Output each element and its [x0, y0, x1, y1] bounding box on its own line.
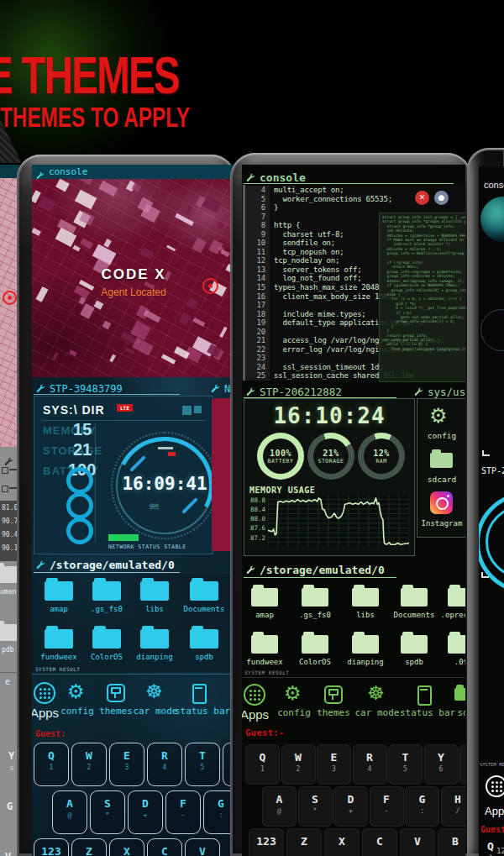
app-item-status-bar[interactable]: status bar: [405, 684, 445, 727]
key-f[interactable]: F-: [370, 786, 404, 827]
app-label: car mode: [352, 707, 402, 718]
key-e[interactable]: E3: [317, 744, 351, 785]
instagram-label[interactable]: Instagram: [417, 519, 465, 528]
key-x[interactable]: X: [109, 838, 144, 856]
key-d[interactable]: D+: [128, 790, 163, 834]
app-item-apps[interactable]: Apps: [242, 684, 275, 727]
key-sub: +: [129, 811, 162, 819]
key-sub: 1: [246, 765, 279, 773]
apps-label[interactable]: Apps: [485, 805, 504, 817]
sdcard-folder-icon[interactable]: [430, 453, 453, 468]
app-item-config[interactable]: ⚙config: [274, 684, 314, 727]
map-building: [216, 220, 223, 228]
key-r[interactable]: R4: [353, 744, 387, 785]
key-c[interactable]: C: [147, 838, 182, 856]
key-letter[interactable]: Y: [8, 750, 14, 762]
key-r[interactable]: R4: [147, 743, 182, 786]
key-q[interactable]: Q: [487, 840, 494, 853]
app-item-config[interactable]: ⚙config: [57, 682, 97, 726]
key-s[interactable]: S*: [298, 786, 333, 827]
key-letter[interactable]: V: [5, 851, 11, 856]
key-123[interactable]: 123: [249, 828, 284, 856]
key-123-fragment[interactable]: 12: [496, 847, 504, 855]
key-a[interactable]: A@: [262, 786, 297, 827]
folder-item[interactable]: ColorOS: [81, 626, 132, 670]
key-x[interactable]: X: [324, 828, 360, 856]
folder-item[interactable]: dianping: [129, 626, 180, 670]
key-q[interactable]: Q1: [245, 744, 280, 785]
app-item-themes[interactable]: themes: [96, 682, 136, 726]
folder-icon: [190, 581, 218, 601]
memory-usage-title: MEMORY USAGE: [249, 486, 315, 495]
key-v[interactable]: V: [185, 838, 220, 856]
folder-item[interactable]: .0t: [436, 632, 465, 675]
key-w[interactable]: W2: [281, 744, 316, 785]
key-t[interactable]: T5: [388, 744, 423, 785]
sys-dir-widget[interactable]: SYS:\ DIR LTE MEMORY15STORAGE21BATTERY10…: [34, 396, 213, 554]
app-item-sd[interactable]: sd: [443, 684, 465, 727]
map-building: [103, 239, 112, 248]
folder-label: fundweex: [242, 658, 293, 666]
folder-label: dianping: [126, 653, 183, 661]
app-item-car-mode[interactable]: ☸car mode: [357, 684, 397, 727]
key-e[interactable]: E3: [109, 743, 144, 786]
stats-widget[interactable]: 16:10:24 100%BATTERY21%STORAGE12%RAM MEM…: [244, 398, 415, 556]
line-number: 17: [245, 301, 270, 310]
app-item-themes[interactable]: themes: [313, 684, 354, 727]
folder-item[interactable]: libs: [129, 578, 180, 622]
key-y[interactable]: Y6: [424, 744, 459, 785]
folder-item[interactable]: .oprec in: [436, 585, 465, 628]
line-number: 11: [245, 248, 270, 257]
overlay-close-button[interactable]: ✕: [415, 191, 429, 205]
folder-item[interactable]: amap: [242, 585, 290, 628]
folder-item[interactable]: spdb: [389, 632, 439, 675]
code-text: client_max_body_size 16M;: [270, 292, 392, 302]
key-w[interactable]: W2: [71, 743, 107, 786]
city-map[interactable]: CODE X Agent Located: [32, 179, 235, 377]
key-h[interactable]: H/: [441, 786, 466, 827]
key-z[interactable]: Z: [71, 838, 107, 856]
apps-grid-icon[interactable]: [486, 775, 504, 797]
map-target-icon: [3, 291, 17, 305]
folder-item[interactable]: Documents: [389, 585, 439, 628]
folder-item[interactable]: fundweex: [34, 626, 84, 670]
side-widget: ⚙ config sdcard Instagram: [417, 398, 465, 538]
app-label: status bar: [175, 706, 225, 717]
widget-divider: [41, 420, 206, 421]
key-main: Z: [287, 835, 321, 848]
key-d[interactable]: D+: [333, 786, 368, 827]
key-b[interactable]: B: [438, 828, 465, 856]
key-t[interactable]: T5: [185, 743, 220, 786]
middle-phone-screen: console 4multi_accept on;5 worker_connec…: [242, 165, 465, 856]
key-g[interactable]: G:: [405, 786, 439, 827]
key-123[interactable]: 123: [34, 838, 69, 856]
key-f[interactable]: F-: [165, 790, 201, 834]
folder-item[interactable]: libs: [340, 585, 391, 628]
key-c[interactable]: C: [362, 828, 397, 856]
key-z[interactable]: Z: [286, 828, 322, 856]
folder-item[interactable]: Documents: [179, 578, 229, 622]
key-u[interactable]: U7: [459, 744, 465, 785]
axis-value: 90.7: [2, 517, 18, 525]
gear-icon[interactable]: ⚙: [429, 406, 448, 426]
app-item-car-mode[interactable]: ☸car mode: [135, 682, 176, 726]
key-letter[interactable]: G: [7, 801, 13, 812]
key-q[interactable]: Q1: [34, 743, 69, 786]
key-v[interactable]: V: [400, 828, 435, 856]
key-a[interactable]: A@: [52, 790, 87, 834]
folder-item[interactable]: .gs_fs0: [290, 585, 340, 628]
instagram-icon[interactable]: [430, 491, 453, 514]
sdcard-label[interactable]: sdcard: [417, 475, 465, 484]
section-divider: [242, 677, 465, 678]
folder-item[interactable]: amap: [34, 578, 84, 622]
map-building: [98, 181, 117, 196]
overlay-settings-button[interactable]: ●: [434, 191, 449, 205]
folder-item[interactable]: .gs_fs0: [81, 578, 132, 622]
folder-item[interactable]: dianping: [340, 632, 391, 675]
key-s[interactable]: S*: [90, 790, 125, 834]
app-item-status-bar[interactable]: status bar: [180, 682, 220, 726]
far-left-map[interactable]: [0, 178, 18, 447]
config-label[interactable]: config: [417, 431, 465, 440]
folder-item[interactable]: spdb: [179, 626, 229, 670]
folder-item[interactable]: ColorOS: [290, 632, 340, 675]
